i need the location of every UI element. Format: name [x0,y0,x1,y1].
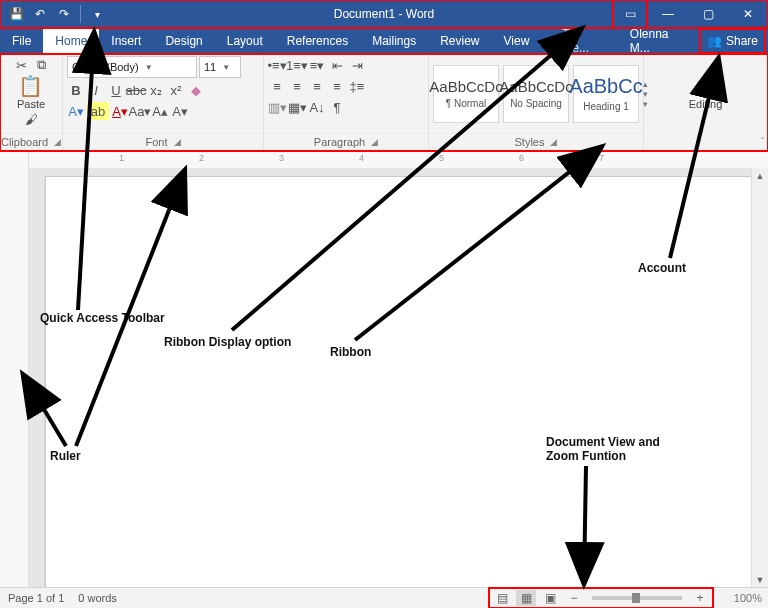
annotation-ribbon-display: Ribbon Display option [164,336,291,350]
sort-icon[interactable]: A↓ [308,98,326,116]
group-font: Calibri (Body)▼ 11▼ B I U abc x₂ x² ◆ A▾… [63,54,264,150]
find-icon: 🔍 [695,79,715,98]
multilevel-icon[interactable]: ≡▾ [308,56,326,74]
font-dialog-launcher-icon[interactable]: ◢ [174,137,181,147]
font-name-select[interactable]: Calibri (Body)▼ [67,56,197,78]
show-marks-icon[interactable]: ¶ [328,98,346,116]
tab-file[interactable]: File [0,28,43,54]
zoom-slider[interactable] [592,596,682,600]
subscript-button[interactable]: x₂ [147,81,165,99]
print-layout-icon[interactable]: ▦ [516,590,536,606]
tab-insert[interactable]: Insert [99,28,153,54]
align-right-icon[interactable]: ≡ [308,77,326,95]
underline-button[interactable]: U [107,81,125,99]
undo-icon[interactable]: ↶ [30,4,50,24]
editing-button[interactable]: 🔍 Editing [689,79,723,110]
annotation-ribbon: Ribbon [330,346,371,360]
tab-view[interactable]: View [492,28,542,54]
clear-format-icon[interactable]: ◆ [187,81,205,99]
paste-button[interactable]: 📋 Paste [17,74,45,110]
share-button[interactable]: 👥 Share [699,28,766,54]
share-icon: 👥 [707,34,722,48]
vertical-scrollbar[interactable]: ▲ ▼ [751,168,768,588]
ribbon-tabs: File Home Insert Design Layout Reference… [0,28,768,54]
group-editing: 🔍 Editing [644,54,768,150]
tab-home[interactable]: Home [43,28,99,54]
justify-icon[interactable]: ≡ [328,77,346,95]
highlight-icon[interactable]: ab [87,102,109,120]
title-bar: 💾 ↶ ↷ ▾ Document1 - Word ▭ — ▢ ✕ [0,0,768,28]
quick-access-toolbar: 💾 ↶ ↷ ▾ [0,4,107,24]
style-heading1[interactable]: AaBbCcHeading 1 [573,65,639,123]
copy-icon[interactable]: ⧉ [32,56,50,74]
annotation-viewzoom: Document View and Zoom Funtion [546,436,676,464]
collapse-ribbon-icon[interactable]: ˆ [761,137,764,148]
tab-layout[interactable]: Layout [215,28,275,54]
view-zoom-controls: ▤ ▦ ▣ − + [488,587,714,608]
annotation-qat: Quick Access Toolbar [40,312,165,326]
numbering-icon[interactable]: 1≡▾ [288,56,306,74]
style-no-spacing[interactable]: AaBbCcDcNo Spacing [503,65,569,123]
ribbon-display-button[interactable]: ▭ [612,0,648,29]
bold-button[interactable]: B [67,81,85,99]
share-label: Share [726,34,758,48]
tab-mailings[interactable]: Mailings [360,28,428,54]
font-size-select[interactable]: 11▼ [199,56,241,78]
font-color-icon[interactable]: A▾ [111,102,129,120]
status-page[interactable]: Page 1 of 1 [8,592,64,604]
status-bar: Page 1 of 1 0 words ▤ ▦ ▣ − + 100% [0,587,768,608]
scroll-up-icon[interactable]: ▲ [752,168,768,184]
increase-indent-icon[interactable]: ⇥ [348,56,366,74]
italic-button[interactable]: I [87,81,105,99]
tab-tell-me[interactable]: ♀ Tell me... [541,28,618,54]
clipboard-dialog-launcher-icon[interactable]: ◢ [54,137,61,147]
group-title-clipboard: Clipboard [1,136,48,148]
group-clipboard: ✂ ⧉ 📋 Paste 🖌 Clipboard◢ [0,54,63,150]
ribbon-display-icon: ▭ [625,7,636,21]
redo-icon[interactable]: ↷ [54,4,74,24]
grow-font-icon[interactable]: A▴ [151,102,169,120]
style-normal[interactable]: AaBbCcDc¶ Normal [433,65,499,123]
align-left-icon[interactable]: ≡ [268,77,286,95]
annotation-account: Account [638,262,686,276]
paste-label: Paste [17,98,45,110]
decrease-indent-icon[interactable]: ⇤ [328,56,346,74]
group-styles: AaBbCcDc¶ Normal AaBbCcDcNo Spacing AaBb… [429,54,644,150]
bullets-icon[interactable]: •≡▾ [268,56,286,74]
tab-review[interactable]: Review [428,28,491,54]
superscript-button[interactable]: x² [167,81,185,99]
format-painter-icon[interactable]: 🖌 [22,110,40,128]
cut-icon[interactable]: ✂ [12,56,30,74]
tab-references[interactable]: References [275,28,360,54]
borders-icon[interactable]: ▦▾ [288,98,306,116]
text-effects-icon[interactable]: A▾ [67,102,85,120]
shading-icon[interactable]: ▥▾ [268,98,286,116]
vertical-ruler[interactable] [0,168,29,588]
qat-customize-icon[interactable]: ▾ [87,4,107,24]
strikethrough-button[interactable]: abc [127,81,145,99]
read-mode-icon[interactable]: ▤ [492,590,512,606]
group-title-styles: Styles [515,136,545,148]
qat-separator [80,5,81,23]
zoom-in-button[interactable]: + [690,590,710,606]
zoom-percent[interactable]: 100% [714,592,768,604]
shrink-font-icon[interactable]: A▾ [171,102,189,120]
status-words[interactable]: 0 words [78,592,117,604]
web-layout-icon[interactable]: ▣ [540,590,560,606]
line-spacing-icon[interactable]: ‡≡ [348,77,366,95]
scroll-down-icon[interactable]: ▼ [752,572,768,588]
account-name[interactable]: Olenna M... [618,28,699,54]
paste-icon: 📋 [18,74,43,98]
maximize-button[interactable]: ▢ [688,0,728,28]
close-button[interactable]: ✕ [728,0,768,28]
align-center-icon[interactable]: ≡ [288,77,306,95]
styles-dialog-launcher-icon[interactable]: ◢ [550,137,557,147]
minimize-button[interactable]: — [648,0,688,28]
tab-design[interactable]: Design [153,28,214,54]
group-title-font: Font [145,136,167,148]
zoom-out-button[interactable]: − [564,590,584,606]
save-icon[interactable]: 💾 [6,4,26,24]
paragraph-dialog-launcher-icon[interactable]: ◢ [371,137,378,147]
change-case-icon[interactable]: Aa▾ [131,102,149,120]
document-page[interactable] [45,176,751,588]
